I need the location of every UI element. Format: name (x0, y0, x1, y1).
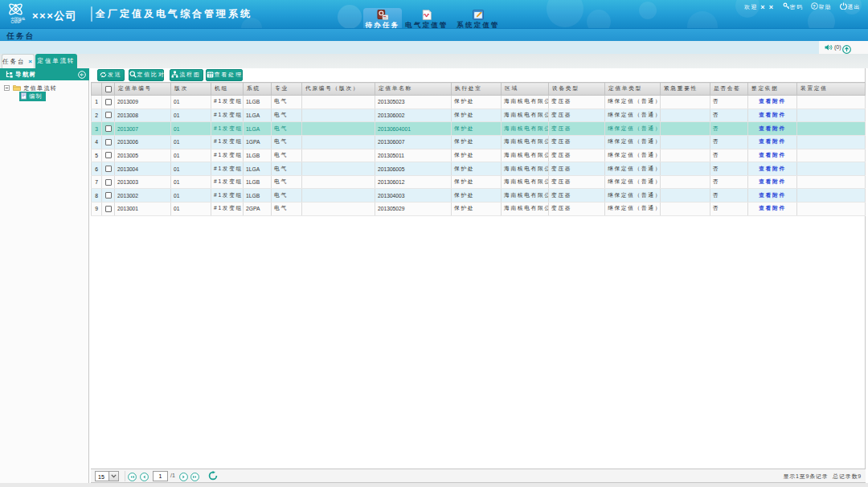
svg-text:?: ? (813, 4, 817, 9)
